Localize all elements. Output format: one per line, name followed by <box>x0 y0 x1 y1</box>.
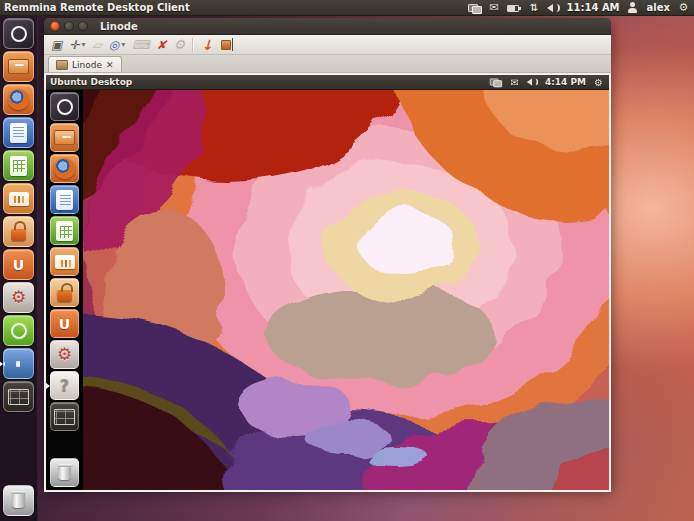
remote-launcher-item-system-settings[interactable]: ⚙ <box>50 340 79 369</box>
remmina-window: Linode ▾▾ Linode ✕ Ubuntu Desktop 4:14 P… <box>44 18 611 489</box>
gears-icon <box>174 38 186 51</box>
preferences-tools-button[interactable] <box>156 39 166 51</box>
toolbar-separator <box>192 38 194 51</box>
scaled-mode-icon <box>92 39 101 51</box>
launcher-item-system-settings[interactable]: ⚙ <box>3 282 34 313</box>
remote-top-panel: Ubuntu Desktop 4:14 PM <box>46 75 609 90</box>
remmina-toolbar: ▾▾ <box>44 35 611 55</box>
scaled-mode-button <box>92 39 101 51</box>
maximize-button[interactable] <box>78 21 88 31</box>
system-settings-glyph: ⚙ <box>57 346 72 363</box>
mail-icon[interactable] <box>488 1 501 15</box>
launcher-item-dash-home[interactable] <box>3 18 34 49</box>
launcher-item-ubuntu-software-center[interactable] <box>3 216 34 247</box>
dual-screen-icon[interactable] <box>467 1 482 15</box>
down-arrow-button[interactable] <box>201 38 213 52</box>
sync-arrows-icon[interactable] <box>528 1 541 15</box>
mail-icon[interactable] <box>509 76 520 88</box>
help-glyph: ? <box>60 378 69 394</box>
remote-clock[interactable]: 4:14 PM <box>545 77 586 87</box>
desktop: Remmina Remote Desktop Client 11:14 AM a… <box>0 0 694 521</box>
remote-desktop[interactable]: U⚙? <box>46 90 609 491</box>
remote-wallpaper <box>46 90 609 491</box>
remote-launcher-item-help[interactable]: ? <box>50 371 79 400</box>
launcher-item-trash[interactable] <box>3 485 34 516</box>
ubuntu-one-glyph: U <box>13 258 24 272</box>
remote-launcher-item-firefox[interactable] <box>50 154 79 183</box>
preferences-tools-icon <box>156 39 166 51</box>
remote-launcher-item-ubuntu-software-center[interactable] <box>50 278 79 307</box>
close-button[interactable] <box>50 21 60 31</box>
remote-viewport[interactable]: Ubuntu Desktop 4:14 PM <box>44 73 611 492</box>
remote-launcher-item-libreoffice-impress[interactable] <box>50 247 79 276</box>
launcher-item-libreoffice-impress[interactable] <box>3 183 34 214</box>
dropdown-caret-icon[interactable]: ▾ <box>121 41 125 49</box>
down-arrow-icon <box>201 38 213 52</box>
host-top-panel: Remmina Remote Desktop Client 11:14 AM a… <box>0 0 694 16</box>
fullscreen-icon <box>51 39 62 51</box>
ubuntu-one-glyph: U <box>59 317 70 331</box>
remote-session-gear-icon[interactable] <box>593 76 604 88</box>
remote-launcher-item-workspace-switcher[interactable] <box>50 402 79 431</box>
system-settings-glyph: ⚙ <box>11 289 26 306</box>
remote-launcher-item-home-folder[interactable] <box>50 123 79 152</box>
launcher-item-workspace-switcher[interactable] <box>3 381 34 412</box>
remote-menu-title: Ubuntu Desktop <box>50 77 132 87</box>
disconnect-plug-icon <box>220 38 234 51</box>
launcher-item-ubuntu-one[interactable]: U <box>3 249 34 280</box>
remmina-titlebar[interactable]: Linode <box>44 18 611 35</box>
volume-icon[interactable] <box>547 1 560 15</box>
volume-icon[interactable] <box>527 76 538 88</box>
remote-launcher-item-libreoffice-writer[interactable] <box>50 185 79 214</box>
remote-launcher-item-ubuntu-one[interactable]: U <box>50 309 79 338</box>
session-gear-icon[interactable] <box>677 1 690 15</box>
dropdown-caret-icon[interactable]: ▾ <box>81 41 85 49</box>
host-username[interactable]: alex <box>647 2 670 13</box>
keyboard-grab-icon <box>132 39 149 51</box>
fullscreen-button[interactable] <box>51 39 62 51</box>
user-icon <box>627 1 640 15</box>
remmina-tabbar: Linode ✕ <box>44 55 611 73</box>
host-launcher: U⚙ <box>0 16 38 521</box>
launcher-item-libreoffice-writer[interactable] <box>3 117 34 148</box>
fit-window-button[interactable]: ▾ <box>69 39 85 51</box>
tab-linode[interactable]: Linode ✕ <box>48 56 122 72</box>
host-clock[interactable]: 11:14 AM <box>567 2 620 13</box>
screen-icon <box>56 60 68 70</box>
dual-screen-icon[interactable] <box>489 76 502 88</box>
battery-icon[interactable] <box>507 1 522 15</box>
launcher-item-remmina[interactable] <box>3 348 34 379</box>
window-title: Linode <box>100 21 138 32</box>
launcher-item-firefox[interactable] <box>3 84 34 115</box>
launcher-item-home-folder[interactable] <box>3 51 34 82</box>
host-app-title: Remmina Remote Desktop Client <box>0 2 190 13</box>
disconnect-plug-button[interactable] <box>220 38 234 51</box>
launcher-item-ubuntu-software[interactable] <box>3 315 34 346</box>
remote-launcher: U⚙? <box>46 90 83 491</box>
minimize-button[interactable] <box>64 21 74 31</box>
remote-launcher-item-libreoffice-calc[interactable] <box>50 216 79 245</box>
tab-label: Linode <box>72 60 102 70</box>
remote-launcher-item-dash-home[interactable] <box>50 92 79 121</box>
gears-button <box>174 38 186 51</box>
magnifier-button[interactable]: ▾ <box>109 39 126 51</box>
fit-window-icon <box>69 39 79 51</box>
launcher-item-libreoffice-calc[interactable] <box>3 150 34 181</box>
magnifier-icon <box>109 39 119 51</box>
remote-launcher-item-trash[interactable] <box>50 458 79 487</box>
keyboard-grab-button <box>132 39 149 51</box>
tab-close-icon[interactable]: ✕ <box>106 60 114 70</box>
